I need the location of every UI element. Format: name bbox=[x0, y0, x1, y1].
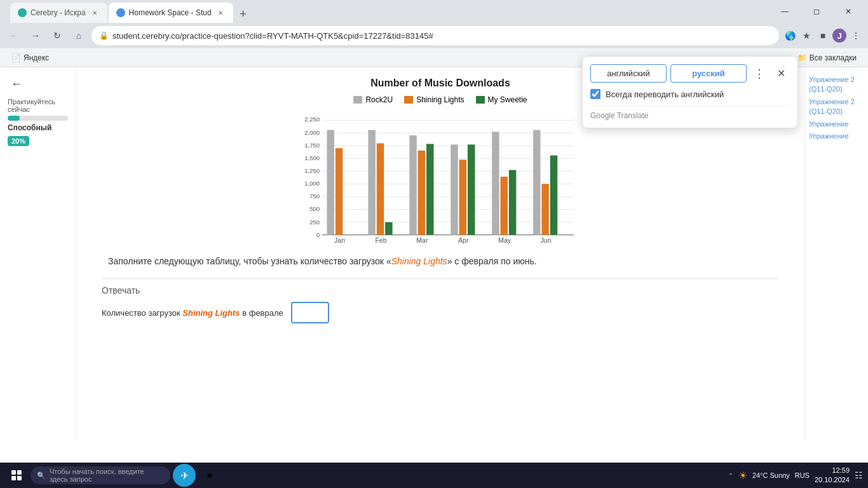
answer-input[interactable] bbox=[291, 302, 329, 323]
answer-highlight: Shining Lights bbox=[182, 308, 240, 318]
lang-indicator[interactable]: RUS bbox=[795, 471, 810, 479]
address-input-wrapper[interactable]: 🔒 student.cerebry.co/practice-question?c… bbox=[92, 26, 779, 45]
time: 12:59 bbox=[815, 466, 850, 475]
svg-text:Jun: Jun bbox=[541, 236, 552, 244]
title-bar: Cerebry - Искра ✕ Homework Space - Study… bbox=[0, 0, 868, 23]
svg-rect-32 bbox=[492, 132, 499, 234]
svg-text:2,000: 2,000 bbox=[304, 129, 320, 136]
svg-text:2,250: 2,250 bbox=[304, 116, 320, 123]
lock-icon: 🔒 bbox=[99, 31, 109, 40]
svg-rect-31 bbox=[468, 144, 475, 234]
svg-rect-29 bbox=[451, 144, 458, 234]
chart-wrapper: 2,250 2,000 1,750 1,500 1,250 1,000 750 … bbox=[102, 111, 779, 244]
forward-nav-button[interactable]: → bbox=[27, 27, 44, 44]
svg-text:Feb: Feb bbox=[375, 236, 386, 244]
translate-more-button[interactable]: ⋮ bbox=[750, 65, 768, 83]
clock: 12:59 20.10.2024 bbox=[815, 466, 850, 485]
bookmark-yandex[interactable]: 📄 Яндекс bbox=[8, 52, 53, 64]
extensions-icon[interactable]: ■ bbox=[816, 29, 830, 43]
answer-row: Количество загрузок Shining Lights в фев… bbox=[102, 302, 779, 323]
svg-rect-30 bbox=[459, 159, 466, 234]
translate-header: английский русский ⋮ ✕ bbox=[590, 64, 790, 83]
taskbar-search[interactable]: 🔍 Чтобы начать поиск, введите здесь запр… bbox=[31, 466, 170, 484]
taskbar-telegram[interactable]: ✈ bbox=[173, 464, 196, 487]
yandex-icon: 📄 bbox=[11, 53, 21, 62]
weather-icon: ☀ bbox=[738, 470, 747, 482]
address-text: student.cerebry.co/practice-question?cli… bbox=[112, 31, 771, 41]
progress-bar-fill bbox=[8, 116, 20, 121]
profile-icon[interactable]: J bbox=[832, 29, 846, 43]
answer-label: Количество загрузок Shining Lights в фев… bbox=[102, 308, 283, 318]
taskbar-time-display: 12:59 20.10.2024 bbox=[815, 466, 850, 485]
progress-bar-container bbox=[8, 116, 68, 121]
progress-section: Практикуйтесь сейчас Способный 20% bbox=[8, 98, 68, 146]
svg-rect-26 bbox=[409, 135, 416, 235]
left-sidebar: ← Практикуйтесь сейчас Способный 20% bbox=[0, 67, 76, 440]
all-bookmarks-label: Все закладки bbox=[810, 53, 857, 62]
close-button[interactable]: ✕ bbox=[834, 0, 863, 23]
window-controls: — ◻ ✕ bbox=[770, 0, 863, 23]
taskbar: 🔍 Чтобы начать поиск, введите здесь запр… bbox=[0, 463, 868, 488]
tab-close-2[interactable]: ✕ bbox=[215, 8, 226, 18]
all-bookmarks[interactable]: 📁 Все закладки bbox=[794, 52, 860, 64]
right-sidebar: Упражнение 2 (Q11-Q20) Упражнение 2 (Q11… bbox=[804, 67, 868, 440]
tab-cerebry[interactable]: Cerebry - Искра ✕ bbox=[10, 3, 107, 23]
sidebar-right-item-1[interactable]: Упражнение 2 (Q11-Q20) bbox=[809, 97, 864, 117]
back-button[interactable]: ← bbox=[8, 75, 25, 93]
svg-rect-35 bbox=[533, 130, 540, 235]
menu-icon[interactable]: ⋮ bbox=[849, 29, 863, 43]
taskbar-chrome[interactable]: ● bbox=[198, 464, 221, 487]
svg-rect-20 bbox=[327, 130, 334, 235]
maximize-button[interactable]: ◻ bbox=[802, 0, 831, 23]
svg-rect-21 bbox=[336, 148, 342, 235]
legend-color-rock2u bbox=[353, 96, 362, 104]
translate-lang-english[interactable]: английский bbox=[590, 64, 667, 83]
legend-label-rock2u: Rock2U bbox=[365, 95, 393, 104]
tab-label-1: Cerebry - Искра bbox=[31, 8, 86, 17]
svg-text:Jan: Jan bbox=[334, 236, 345, 244]
translate-checkbox[interactable] bbox=[590, 89, 600, 99]
tab-favicon-2 bbox=[116, 8, 125, 17]
svg-rect-37 bbox=[550, 156, 557, 235]
svg-text:1,500: 1,500 bbox=[304, 154, 320, 161]
translate-close-button[interactable]: ✕ bbox=[772, 65, 790, 83]
tabs-bar: Cerebry - Искра ✕ Homework Space - Study… bbox=[5, 0, 770, 23]
translate-lang-russian[interactable]: русский bbox=[670, 64, 747, 83]
translate-checkbox-row: Всегда переводить английский bbox=[590, 89, 790, 99]
home-button[interactable]: ⌂ bbox=[70, 27, 88, 44]
chart-svg: 2,250 2,000 1,750 1,500 1,250 1,000 750 … bbox=[285, 111, 596, 244]
tab-studyx[interactable]: Homework Space - StudyX ✕ bbox=[109, 3, 233, 23]
yandex-label: Яндекс bbox=[24, 53, 49, 62]
start-button[interactable] bbox=[5, 464, 28, 487]
sidebar-right-item-2[interactable]: Упражнение bbox=[809, 119, 864, 129]
practice-now-label: Практикуйтесь сейчас bbox=[8, 98, 68, 113]
svg-text:500: 500 bbox=[309, 205, 320, 212]
translate-checkbox-label: Всегда переводить английский bbox=[606, 90, 724, 99]
level-label: Способный bbox=[8, 123, 68, 132]
back-nav-button[interactable]: ← bbox=[5, 27, 23, 44]
svg-text:May: May bbox=[498, 236, 512, 244]
tab-label-2: Homework Space - StudyX bbox=[129, 8, 212, 17]
new-tab-button[interactable]: + bbox=[234, 5, 252, 23]
minimize-button[interactable]: — bbox=[770, 0, 799, 23]
sidebar-right-item-0[interactable]: Упражнение 2 (Q11-Q20) bbox=[809, 75, 864, 95]
date: 20.10.2024 bbox=[815, 475, 850, 485]
star-icon[interactable]: ★ bbox=[799, 29, 813, 43]
svg-rect-25 bbox=[385, 222, 392, 235]
notification-icon[interactable]: ☷ bbox=[855, 470, 863, 480]
legend-label-sweetie: My Sweetie bbox=[488, 95, 527, 104]
reload-button[interactable]: ↻ bbox=[48, 27, 66, 44]
address-icons: 🌎 ★ ■ J ⋮ bbox=[783, 29, 863, 43]
question-highlight: Shining Lights bbox=[391, 256, 447, 266]
legend-sweetie: My Sweetie bbox=[476, 95, 527, 104]
svg-text:0: 0 bbox=[316, 231, 320, 238]
system-tray-arrow[interactable]: ⌃ bbox=[728, 472, 733, 479]
sidebar-right-item-3[interactable]: Упражнение bbox=[809, 132, 864, 141]
progress-badge: 20% bbox=[8, 136, 29, 146]
folder-icon: 📁 bbox=[797, 53, 807, 62]
tab-close-1[interactable]: ✕ bbox=[90, 8, 100, 18]
svg-rect-28 bbox=[426, 144, 433, 235]
question-text: Заполните следующую таблицу, чтобы узнат… bbox=[102, 254, 779, 268]
taskbar-search-placeholder: Чтобы начать поиск, введите здесь запрос bbox=[50, 468, 164, 483]
translate-icon[interactable]: 🌎 bbox=[783, 29, 797, 43]
